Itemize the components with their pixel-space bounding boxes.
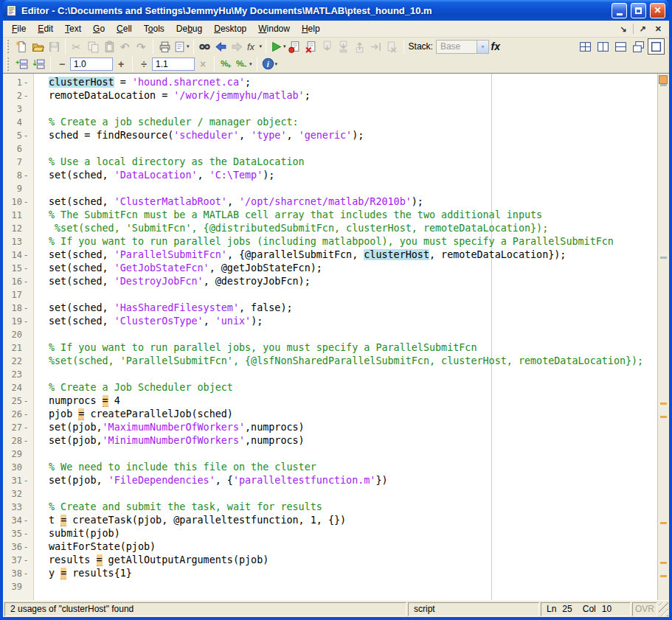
step-in-button[interactable]: [336, 38, 352, 55]
code-line[interactable]: set(pjob,'MaximumNumberOfWorkers',numpro…: [49, 421, 657, 434]
paste-button[interactable]: [101, 38, 117, 55]
layout-split-horizontal-button[interactable]: [612, 38, 629, 55]
mlint-mark-line-14[interactable]: [660, 257, 667, 259]
undock-document-button[interactable]: ↗: [637, 24, 649, 35]
code-line[interactable]: % If you want to run parallel jobs, you …: [49, 341, 657, 355]
line-number[interactable]: 2-: [3, 89, 33, 102]
line-number-gutter[interactable]: 1-2-345-678-910-11121314-15-16-1718-19-2…: [3, 74, 34, 600]
code-line[interactable]: set(sched, 'ParallelSubmitFcn', {@parall…: [49, 248, 657, 262]
menu-help[interactable]: Help: [296, 21, 326, 36]
menu-file[interactable]: File: [6, 21, 32, 36]
code-line[interactable]: clusterHost = 'hound.sharcnet.ca';: [49, 76, 657, 89]
line-number[interactable]: 16-: [3, 275, 33, 288]
toolbar-grip[interactable]: [7, 40, 9, 53]
code-line[interactable]: t = createTask(pjob, @paralleltestfuncti…: [49, 514, 657, 527]
exit-debug-button[interactable]: [384, 38, 401, 55]
maximize-button[interactable]: [631, 3, 646, 18]
code-line[interactable]: set(sched, 'ClusterOsType', 'unix');: [49, 315, 657, 328]
line-number[interactable]: 8-: [3, 169, 33, 182]
function-browser-button[interactable]: fx▾: [246, 38, 263, 55]
menu-desktop[interactable]: Desktop: [208, 21, 252, 36]
cell-options-button[interactable]: %−▾: [235, 56, 253, 72]
line-number[interactable]: 22: [3, 355, 33, 368]
line-number[interactable]: 31-: [3, 474, 33, 487]
code-line[interactable]: [49, 580, 657, 593]
code-line[interactable]: [49, 368, 657, 381]
new-script-button[interactable]: ✶: [13, 38, 30, 55]
find-button[interactable]: [197, 38, 213, 55]
increment-value-button[interactable]: +: [114, 57, 128, 72]
line-number[interactable]: 10-: [3, 195, 33, 209]
code-line[interactable]: waitForState(pjob): [49, 540, 657, 554]
mlint-mark-line-26[interactable]: [660, 416, 667, 418]
close-button[interactable]: ✕: [650, 3, 665, 18]
menu-edit[interactable]: Edit: [32, 21, 59, 36]
open-file-button[interactable]: [30, 38, 46, 55]
go-back-button[interactable]: [213, 38, 229, 55]
run-button[interactable]: ▾: [269, 38, 287, 55]
line-number[interactable]: 18-: [3, 302, 33, 315]
add-subtract-value-field[interactable]: [70, 58, 113, 71]
code-line[interactable]: % Create a Job Scheduler object: [49, 381, 657, 394]
line-number[interactable]: 21: [3, 341, 33, 355]
line-number[interactable]: 38-: [3, 567, 33, 580]
line-number[interactable]: 3: [3, 102, 33, 116]
line-number[interactable]: 27-: [3, 421, 33, 434]
code-line[interactable]: %set(sched, 'SubmitFcn', {@distributedSu…: [49, 222, 657, 235]
mlint-mark-line-1[interactable]: [660, 84, 667, 86]
step-button[interactable]: [319, 38, 336, 55]
line-number[interactable]: 9: [3, 182, 33, 195]
code-line[interactable]: y = results{1}: [49, 567, 657, 580]
code-line[interactable]: numprocs = 4: [49, 394, 657, 408]
line-number[interactable]: 28-: [3, 434, 33, 447]
line-number[interactable]: 7: [3, 156, 33, 169]
line-number[interactable]: 35-: [3, 527, 33, 540]
copy-button[interactable]: [85, 38, 101, 55]
line-number[interactable]: 6: [3, 142, 33, 156]
decrement-value-button[interactable]: −: [55, 57, 69, 72]
code-line[interactable]: [49, 487, 657, 501]
code-line[interactable]: [49, 328, 657, 341]
mlint-mark-line-38[interactable]: [660, 575, 667, 577]
code-line[interactable]: set(pjob, 'FileDependencies', {'parallel…: [49, 474, 657, 487]
line-number[interactable]: 20: [3, 328, 33, 341]
code-line[interactable]: % Create a job scheduler / manager objec…: [49, 116, 657, 129]
cell-mode-info-button[interactable]: i▾: [261, 56, 279, 72]
save-button[interactable]: [46, 38, 62, 55]
line-number[interactable]: 1-: [3, 76, 33, 89]
line-number[interactable]: 17: [3, 288, 33, 302]
insert-cell-below-button[interactable]: [30, 56, 46, 72]
print-button[interactable]: [156, 38, 173, 55]
multiply-value-button[interactable]: ×: [195, 57, 210, 72]
layout-maximize-button[interactable]: [648, 38, 665, 55]
code-line[interactable]: set(sched, 'DataLocation', 'C:\Temp');: [49, 169, 657, 182]
line-number[interactable]: 24: [3, 381, 33, 394]
function-hints-button[interactable]: fx: [489, 38, 505, 55]
redo-button[interactable]: ↷: [134, 38, 150, 55]
code-line[interactable]: % Create and submit the task, wait for r…: [49, 501, 657, 514]
code-line[interactable]: pjob = createParallelJob(sched): [49, 408, 657, 421]
line-number[interactable]: 37-: [3, 554, 33, 567]
code-line[interactable]: % If you want to run parallel jobs (incl…: [49, 235, 657, 248]
line-number[interactable]: 5-: [3, 129, 33, 142]
code-line[interactable]: [49, 182, 657, 195]
code-line[interactable]: sched = findResource('scheduler', 'type'…: [49, 129, 657, 142]
stack-combo[interactable]: Base▼: [436, 40, 489, 54]
comment-cell-button[interactable]: %+: [218, 56, 235, 72]
code-line[interactable]: % We need to include this file on the cl…: [49, 461, 657, 474]
code-line[interactable]: remoteDataLocation = '/work/jemmyhu/matl…: [49, 89, 657, 102]
dock-editor-button[interactable]: ↘: [617, 24, 629, 35]
line-number[interactable]: 33: [3, 501, 33, 514]
code-line[interactable]: [49, 288, 657, 302]
go-forward-button[interactable]: [229, 38, 246, 55]
line-number[interactable]: 39: [3, 580, 33, 593]
line-number[interactable]: 12: [3, 222, 33, 235]
code-line[interactable]: [49, 102, 657, 116]
code-line[interactable]: set(pjob,'MinimumNumberOfWorkers',numpro…: [49, 434, 657, 447]
step-out-button[interactable]: [352, 38, 368, 55]
code-text-area[interactable]: clusterHost = 'hound.sharcnet.ca';remote…: [34, 74, 657, 600]
multiply-divide-value-field[interactable]: [152, 58, 195, 71]
toolbar-grip[interactable]: [7, 58, 9, 71]
menu-text[interactable]: Text: [59, 21, 87, 36]
mlint-mark-line-25[interactable]: [660, 403, 667, 405]
